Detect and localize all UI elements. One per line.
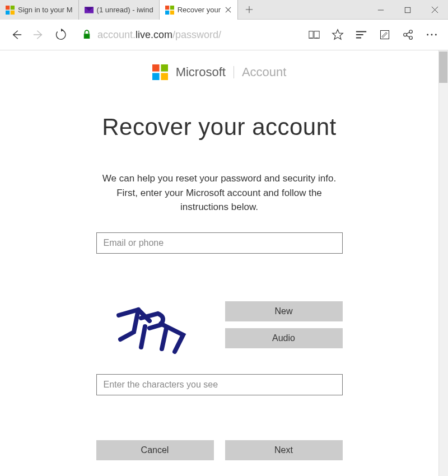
nav-forward-button[interactable] bbox=[32, 29, 45, 41]
captcha-section: New Audio bbox=[96, 301, 343, 357]
captcha-new-button[interactable]: New bbox=[225, 301, 343, 321]
svg-rect-18 bbox=[152, 64, 160, 72]
svg-rect-8 bbox=[170, 10, 174, 14]
cancel-button[interactable]: Cancel bbox=[96, 440, 214, 460]
svg-point-13 bbox=[409, 30, 413, 34]
captcha-field[interactable] bbox=[96, 374, 343, 395]
svg-rect-9 bbox=[405, 7, 410, 12]
svg-point-15 bbox=[427, 34, 428, 36]
mail-icon bbox=[85, 6, 94, 15]
svg-rect-10 bbox=[84, 34, 90, 39]
address-text: account.live.com/password/ bbox=[97, 29, 298, 41]
window-minimize-button[interactable] bbox=[367, 0, 394, 20]
browser-tab-active[interactable]: Recover your bbox=[160, 0, 238, 20]
page-content: Microsoft Account Recover your account W… bbox=[0, 50, 438, 460]
recovery-form: New Audio Cancel Next bbox=[96, 232, 343, 460]
ms-logo-icon bbox=[165, 6, 174, 15]
page-description: We can help you reset your password and … bbox=[96, 171, 343, 214]
more-icon[interactable] bbox=[426, 29, 438, 41]
divider bbox=[234, 66, 234, 78]
browser-tab[interactable]: (1 unread) - iwind bbox=[79, 0, 160, 20]
reading-view-icon[interactable] bbox=[308, 29, 320, 41]
captcha-audio-button[interactable]: Audio bbox=[225, 328, 343, 348]
svg-rect-20 bbox=[152, 73, 160, 80]
svg-rect-1 bbox=[11, 6, 15, 10]
new-tab-button[interactable] bbox=[238, 0, 260, 19]
tab-label: Recover your bbox=[178, 6, 221, 14]
web-note-icon[interactable] bbox=[379, 29, 391, 41]
browser-navbar: account.live.com/password/ bbox=[0, 20, 448, 50]
svg-rect-21 bbox=[161, 73, 168, 80]
svg-rect-2 bbox=[6, 10, 10, 14]
window-maximize-button[interactable] bbox=[394, 0, 421, 20]
tab-close-icon[interactable] bbox=[224, 6, 232, 14]
nav-back-button[interactable] bbox=[10, 29, 22, 41]
svg-point-16 bbox=[431, 34, 433, 36]
email-field[interactable] bbox=[96, 232, 343, 254]
window-titlebar: Sign in to your M (1 unread) - iwind Rec… bbox=[0, 0, 448, 20]
svg-point-12 bbox=[404, 33, 407, 36]
scrollbar-thumb[interactable] bbox=[439, 52, 447, 83]
svg-rect-3 bbox=[11, 10, 15, 14]
favorite-icon[interactable] bbox=[332, 29, 344, 41]
svg-rect-0 bbox=[6, 6, 10, 10]
svg-rect-11 bbox=[381, 31, 389, 39]
tab-strip: Sign in to your M (1 unread) - iwind Rec… bbox=[0, 0, 367, 19]
share-icon[interactable] bbox=[402, 29, 414, 41]
svg-rect-5 bbox=[165, 6, 169, 10]
captcha-image bbox=[96, 301, 203, 357]
vertical-scrollbar[interactable] bbox=[438, 50, 448, 476]
svg-rect-7 bbox=[165, 10, 169, 14]
svg-point-17 bbox=[435, 34, 437, 36]
svg-point-14 bbox=[409, 36, 413, 40]
browser-tab[interactable]: Sign in to your M bbox=[0, 0, 79, 20]
next-button[interactable]: Next bbox=[225, 440, 343, 460]
svg-rect-6 bbox=[170, 6, 174, 10]
brand-section: Account bbox=[242, 65, 287, 80]
nav-refresh-button[interactable] bbox=[55, 29, 67, 41]
window-controls bbox=[367, 0, 448, 19]
tab-label: (1 unread) - iwind bbox=[97, 6, 153, 14]
page-viewport: Microsoft Account Recover your account W… bbox=[0, 50, 448, 476]
page-title: Recover your account bbox=[102, 114, 337, 141]
hub-icon[interactable] bbox=[355, 29, 367, 41]
svg-rect-19 bbox=[161, 64, 168, 72]
ms-logo-icon bbox=[152, 64, 168, 80]
window-close-button[interactable] bbox=[421, 0, 448, 20]
brand-name: Microsoft bbox=[176, 65, 226, 80]
address-bar[interactable]: account.live.com/password/ bbox=[77, 29, 298, 41]
tab-label: Sign in to your M bbox=[18, 6, 73, 14]
brand-header: Microsoft Account bbox=[152, 64, 287, 80]
ms-logo-icon bbox=[6, 6, 15, 15]
lock-icon bbox=[83, 30, 92, 40]
